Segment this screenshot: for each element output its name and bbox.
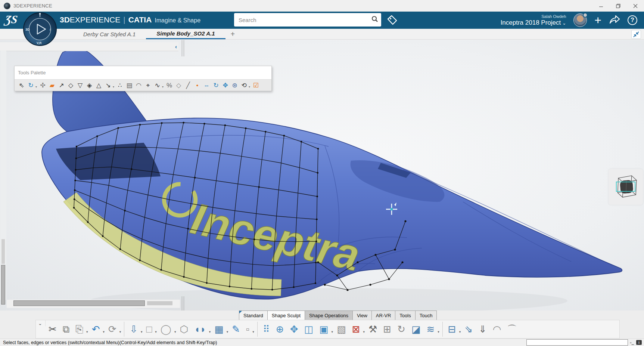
mesh-vertex[interactable] <box>74 180 76 182</box>
restore-icon[interactable] <box>610 0 627 12</box>
mesh-vertex[interactable] <box>224 124 226 126</box>
tools-palette[interactable]: Tools Palette ⇖↻▾✣▰↗◇▽◈△↘▾∴▤◠⌖∿▾%◇╱•⇔↻✥⊛… <box>14 66 272 91</box>
ribbon-tab-tools[interactable]: Tools <box>395 311 415 320</box>
panel-splitter[interactable] <box>182 296 184 311</box>
scale-face-icon[interactable]: △ <box>94 82 103 89</box>
dropdown-caret[interactable]: ▾ <box>119 325 122 334</box>
ribbon-tab-view[interactable]: View <box>352 311 372 320</box>
dropdown-caret[interactable]: ▾ <box>113 85 115 89</box>
mesh-vertex[interactable] <box>316 196 318 198</box>
mesh-vertex[interactable] <box>253 238 255 240</box>
dropdown-caret[interactable]: ▾ <box>162 85 165 89</box>
twist-face-icon[interactable]: ▽ <box>75 82 85 89</box>
collapse-window-icon[interactable] <box>631 30 641 39</box>
mesh-vertex[interactable] <box>75 158 77 160</box>
mesh-vertex[interactable] <box>316 219 318 220</box>
mesh-vertex[interactable] <box>315 282 317 284</box>
search-icon[interactable] <box>368 16 381 24</box>
update-icon[interactable]: ⟳ <box>105 324 119 334</box>
3d-viewport[interactable]: Inceptra <box>0 40 644 311</box>
avatar[interactable] <box>573 13 587 27</box>
project-surface-icon[interactable]: ⇓ <box>476 324 490 334</box>
select-rotate-icon[interactable]: ↻ <box>26 82 35 89</box>
robot-compass[interactable]: 3D i V,R <box>22 12 57 47</box>
undo-icon[interactable]: ↶ <box>89 324 103 334</box>
subdivision-edit-icon[interactable]: ▦ <box>211 324 227 334</box>
help-icon[interactable]: ? <box>628 15 637 25</box>
mesh-vertex[interactable] <box>161 122 163 124</box>
curve-profile-icon[interactable]: ∿ <box>153 82 162 89</box>
extrude-face-icon[interactable]: ◈ <box>85 82 94 89</box>
close-icon[interactable] <box>627 0 644 12</box>
ribbon-tab-touch[interactable]: Touch <box>415 311 437 320</box>
mesh-vertex[interactable] <box>139 124 141 126</box>
dropdown-caret[interactable]: ▾ <box>35 85 38 89</box>
mesh-vertex[interactable] <box>251 288 253 290</box>
mesh-vertex[interactable] <box>258 186 260 188</box>
display-option-icon[interactable]: ▫ <box>243 324 252 334</box>
mesh-sphere-icon[interactable]: ⊛ <box>230 82 239 89</box>
mesh-vertex[interactable] <box>131 168 133 170</box>
vertical-scrollbar[interactable] <box>0 50 6 300</box>
mesh-vertex[interactable] <box>245 127 247 129</box>
user-project-menu[interactable]: Salah Owdeh Inceptra 2018 Project⌄ <box>501 14 566 26</box>
edit-points-icon[interactable]: ✥ <box>287 324 301 334</box>
horizontal-scrollbar-thumb[interactable] <box>13 300 145 306</box>
snap-percent-icon[interactable]: % <box>165 82 174 89</box>
translate-arrow-icon[interactable]: ↗ <box>57 82 66 89</box>
mesh-vertex[interactable] <box>73 207 75 209</box>
parameters-list-icon[interactable]: ▤ <box>125 82 134 89</box>
mesh-vertex[interactable] <box>265 131 267 133</box>
dropdown-caret[interactable]: ▾ <box>252 325 255 334</box>
insert-model-icon[interactable]: ⇩ <box>127 324 141 334</box>
rotate-circle-icon[interactable]: ↻ <box>211 82 221 89</box>
document-tab[interactable]: Derby Car Styled A.1 <box>73 29 146 39</box>
copy-icon[interactable]: ⧉ <box>60 324 73 334</box>
cut-icon[interactable]: ✂ <box>46 324 60 334</box>
ribbon-tab-ar-vr[interactable]: AR-VR <box>371 311 395 320</box>
modification-grid-icon[interactable]: ⠿ <box>260 324 273 334</box>
view-cube[interactable] <box>609 169 643 205</box>
share-icon[interactable] <box>609 15 620 26</box>
validate-ok-icon[interactable]: ☑ <box>251 82 261 89</box>
diamond-facet-icon[interactable]: ◇ <box>174 82 183 89</box>
mesh-vertex[interactable] <box>75 169 77 171</box>
ribbon-tab-shape-sculpt[interactable]: Shape Sculpt <box>267 311 305 320</box>
mesh-vertex[interactable] <box>96 135 98 137</box>
search-input[interactable] <box>234 17 368 23</box>
minimize-icon[interactable] <box>592 0 610 12</box>
styled-surface-icon[interactable]: ≋ <box>424 324 438 334</box>
mesh-vertex[interactable] <box>194 177 196 179</box>
mesh-vertex[interactable] <box>317 148 319 150</box>
panel-splitter[interactable] <box>182 40 184 56</box>
horizontal-scrollbar[interactable] <box>7 300 180 308</box>
paste-icon[interactable]: ⎘ <box>72 324 86 334</box>
assemble-cube-icon[interactable]: ⚒ <box>365 324 380 334</box>
cage-cube-icon[interactable]: ▣ <box>316 324 332 334</box>
modify-face-icon[interactable]: ◇ <box>66 82 75 89</box>
mesh-vertex[interactable] <box>187 228 189 230</box>
face-selection-icon[interactable]: ▰ <box>47 82 57 89</box>
add-content-button[interactable]: + <box>594 14 601 26</box>
sketch-icon[interactable]: ✎ <box>229 324 243 334</box>
mesh-vertex[interactable] <box>271 289 273 291</box>
mesh-vertex[interactable] <box>119 248 121 250</box>
new-tab-button[interactable]: + <box>225 30 240 38</box>
ribbon-tab-standard[interactable]: Standard <box>239 311 268 320</box>
mesh-vertex[interactable] <box>74 198 75 200</box>
mesh-vertex[interactable] <box>183 122 184 124</box>
plane-icon[interactable]: □ <box>143 324 155 334</box>
primitives-icon[interactable]: ⬡ <box>177 324 192 334</box>
mesh-vertex[interactable] <box>206 282 208 284</box>
mesh-vertex[interactable] <box>76 146 78 148</box>
vertical-scrollbar-segment[interactable] <box>1 239 5 264</box>
point-dot-icon[interactable]: • <box>193 82 202 89</box>
mesh-vertex[interactable] <box>315 262 317 263</box>
select-translate-icon[interactable]: ⇖ <box>17 82 26 89</box>
search-bar[interactable] <box>234 13 381 27</box>
mesh-vertex[interactable] <box>87 221 89 223</box>
net-surface-icon[interactable]: ⌒ <box>504 324 520 334</box>
trim-surface-icon[interactable]: ◪ <box>408 324 424 334</box>
mesh-vertex[interactable] <box>74 189 76 191</box>
move-horizontal-icon[interactable]: ⇔ <box>202 82 211 89</box>
